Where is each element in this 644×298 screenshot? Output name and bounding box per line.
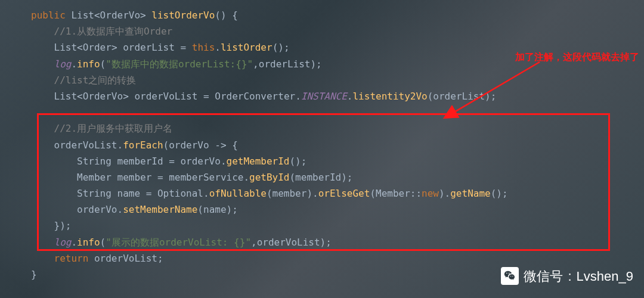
code-editor-viewport: public List<OrderVo> listOrderVo() { //1…	[0, 0, 644, 298]
comment: //list之间的转换	[54, 74, 137, 86]
comment: //2.用户服务中获取用户名	[54, 123, 173, 134]
wechat-icon	[501, 267, 519, 285]
annotation-text: 加了注解，这段代码就去掉了	[515, 49, 639, 65]
watermark: 微信号: Lvshen_9	[501, 265, 633, 287]
watermark-label: 微信号	[524, 265, 563, 287]
keyword: public	[31, 10, 66, 21]
outer-frame: public List<OrderVo> listOrderVo() { //1…	[0, 0, 644, 298]
watermark-value: Lvshen_9	[577, 265, 633, 287]
comment: //1.从数据库中查询Order	[54, 26, 173, 37]
